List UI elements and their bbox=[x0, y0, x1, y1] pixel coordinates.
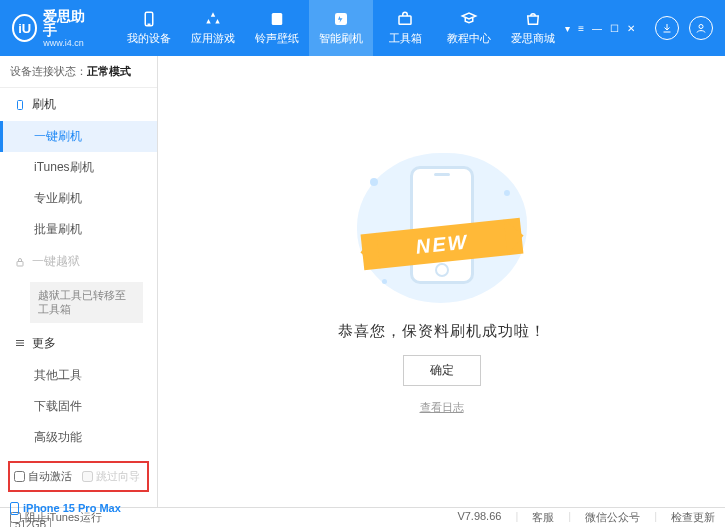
footer-wechat[interactable]: 微信公众号 bbox=[585, 510, 640, 525]
svg-rect-2 bbox=[272, 13, 283, 25]
view-log-link[interactable]: 查看日志 bbox=[420, 400, 464, 415]
svg-rect-7 bbox=[17, 261, 23, 266]
lock-icon bbox=[14, 256, 26, 268]
menu-dropdown-icon[interactable]: ▾ bbox=[565, 23, 570, 34]
svg-rect-4 bbox=[399, 16, 411, 24]
jailbreak-moved-note[interactable]: 越狱工具已转移至工具箱 bbox=[30, 282, 143, 323]
tutorial-icon bbox=[460, 10, 478, 28]
ok-button[interactable]: 确定 bbox=[403, 355, 481, 386]
window-controls: ▾ ≡ — ☐ ✕ bbox=[565, 23, 635, 34]
phone-icon bbox=[14, 99, 26, 111]
section-jailbreak: 一键越狱 bbox=[0, 245, 157, 278]
section-more[interactable]: 更多 bbox=[0, 327, 157, 360]
logo: iU 爱思助手 www.i4.cn bbox=[12, 9, 93, 48]
nav-ringtones[interactable]: 铃声壁纸 bbox=[245, 0, 309, 56]
nav-store[interactable]: 爱思商城 bbox=[501, 0, 565, 56]
download-icon bbox=[661, 22, 673, 34]
footer-update[interactable]: 检查更新 bbox=[671, 510, 715, 525]
apps-icon bbox=[204, 10, 222, 28]
sidebar-other-tools[interactable]: 其他工具 bbox=[0, 360, 157, 391]
toolbox-icon bbox=[396, 10, 414, 28]
logo-mark: iU bbox=[12, 14, 37, 42]
device-icon bbox=[140, 10, 158, 28]
highlighted-options: 自动激活 跳过向导 bbox=[8, 461, 149, 492]
nav-toolbox[interactable]: 工具箱 bbox=[373, 0, 437, 56]
auto-activate-checkbox[interactable]: 自动激活 bbox=[14, 469, 72, 484]
sidebar: 设备连接状态：正常模式 刷机 一键刷机 iTunes刷机 专业刷机 批量刷机 一… bbox=[0, 56, 158, 507]
maximize-button[interactable]: ☐ bbox=[610, 23, 619, 34]
close-button[interactable]: ✕ bbox=[627, 23, 635, 34]
nav-apps-games[interactable]: 应用游戏 bbox=[181, 0, 245, 56]
device-status: 设备连接状态：正常模式 bbox=[0, 56, 157, 88]
success-message: 恭喜您，保资料刷机成功啦！ bbox=[338, 322, 546, 341]
block-itunes-checkbox[interactable]: 阻止iTunes运行 bbox=[10, 510, 102, 525]
nav-tutorials[interactable]: 教程中心 bbox=[437, 0, 501, 56]
download-button[interactable] bbox=[655, 16, 679, 40]
sidebar-pro-flash[interactable]: 专业刷机 bbox=[0, 183, 157, 214]
sidebar-itunes-flash[interactable]: iTunes刷机 bbox=[0, 152, 157, 183]
ringtone-icon bbox=[268, 10, 286, 28]
svg-rect-6 bbox=[18, 100, 23, 109]
sidebar-one-click-flash[interactable]: 一键刷机 bbox=[0, 121, 157, 152]
sidebar-advanced[interactable]: 高级功能 bbox=[0, 422, 157, 453]
flash-icon bbox=[332, 10, 350, 28]
app-url: www.i4.cn bbox=[43, 39, 93, 48]
skip-wizard-checkbox[interactable]: 跳过向导 bbox=[82, 469, 140, 484]
section-flash[interactable]: 刷机 bbox=[0, 88, 157, 121]
main-content: NEW 恭喜您，保资料刷机成功啦！ 确定 查看日志 bbox=[158, 56, 725, 507]
version-label: V7.98.66 bbox=[457, 510, 501, 525]
sidebar-download-firmware[interactable]: 下载固件 bbox=[0, 391, 157, 422]
list-icon[interactable]: ≡ bbox=[578, 23, 584, 34]
app-title: 爱思助手 bbox=[43, 9, 93, 37]
minimize-button[interactable]: — bbox=[592, 23, 602, 34]
user-button[interactable] bbox=[689, 16, 713, 40]
footer-support[interactable]: 客服 bbox=[532, 510, 554, 525]
nav-my-device[interactable]: 我的设备 bbox=[117, 0, 181, 56]
success-illustration: NEW bbox=[352, 148, 532, 308]
sidebar-batch-flash[interactable]: 批量刷机 bbox=[0, 214, 157, 245]
nav-smart-flash[interactable]: 智能刷机 bbox=[309, 0, 373, 56]
phone-small-icon bbox=[10, 502, 19, 515]
store-icon bbox=[524, 10, 542, 28]
user-icon bbox=[695, 22, 707, 34]
svg-point-5 bbox=[699, 25, 703, 29]
menu-icon bbox=[14, 337, 26, 349]
top-nav: 我的设备 应用游戏 铃声壁纸 智能刷机 工具箱 教程中心 爱思商城 bbox=[117, 0, 565, 56]
title-bar: iU 爱思助手 www.i4.cn 我的设备 应用游戏 铃声壁纸 智能刷机 工具… bbox=[0, 0, 725, 56]
